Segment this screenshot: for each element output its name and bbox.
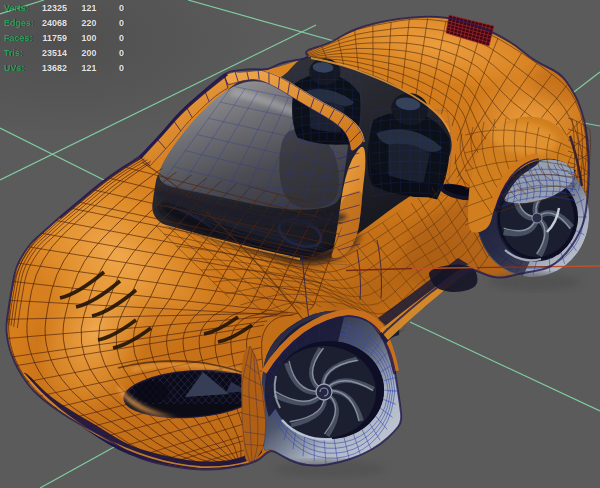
svg-text:11759: 11759 — [42, 33, 67, 43]
svg-text:Verts:: Verts: — [4, 3, 29, 13]
svg-text:0: 0 — [119, 18, 124, 28]
svg-text:13682: 13682 — [42, 63, 67, 73]
svg-text:0: 0 — [119, 48, 124, 58]
svg-text:121: 121 — [81, 63, 96, 73]
svg-text:100: 100 — [81, 33, 96, 43]
svg-text:Faces:: Faces: — [4, 33, 33, 43]
svg-text:0: 0 — [119, 33, 124, 43]
svg-text:0: 0 — [119, 63, 124, 73]
svg-text:12325: 12325 — [42, 3, 67, 13]
svg-text:24068: 24068 — [42, 18, 67, 28]
svg-text:Edges:: Edges: — [4, 18, 34, 28]
svg-text:121: 121 — [81, 3, 96, 13]
svg-text:23514: 23514 — [42, 48, 67, 58]
svg-text:220: 220 — [81, 18, 96, 28]
svg-text:200: 200 — [81, 48, 96, 58]
svg-text:Tris:: Tris: — [4, 48, 23, 58]
svg-text:UVs:: UVs: — [4, 63, 25, 73]
svg-text:0: 0 — [119, 3, 124, 13]
